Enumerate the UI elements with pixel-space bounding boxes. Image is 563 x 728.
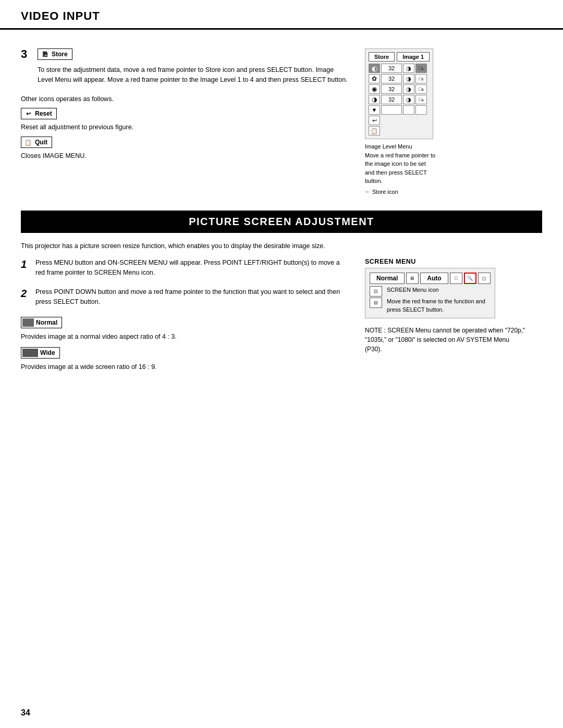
- r7c1: 📋: [369, 126, 380, 135]
- normal-icon: [22, 318, 34, 327]
- menu-row-5: ▼: [369, 105, 427, 115]
- menu-grid-area: ◐ 32 ◑ □₁ ✿ 32 ◑ □₂: [369, 64, 430, 135]
- wide-desc: Provides image at a wide screen ratio of…: [21, 362, 349, 372]
- step3-content: 🖹 Store To store the adjustment data, mo…: [38, 48, 349, 89]
- menu-row-3: ◉ 32 ◑ □₃: [369, 84, 427, 94]
- quit-icon: 📋: [23, 138, 33, 146]
- image-level-menu-diagram: Store Image 1 ◐ 32 ◑ □₁: [365, 48, 433, 139]
- normal-row: Normal: [21, 317, 349, 330]
- menu-row-1: ◐ 32 ◑ □₁: [369, 64, 427, 73]
- menu-top-row: Store Image 1: [369, 52, 430, 61]
- r4c3: ◑: [403, 95, 414, 104]
- page-header: VIDEO INPUT: [0, 0, 563, 30]
- screen-menu-top-row: Normal ⊞ Auto □ 🔍 ◻: [370, 273, 491, 284]
- step3-number: 3: [21, 48, 32, 60]
- menu-row-7: 📋: [369, 126, 427, 135]
- page-footer: 34: [21, 708, 30, 718]
- menu-rows: ◐ 32 ◑ □₁ ✿ 32 ◑ □₂: [369, 64, 427, 135]
- r5c3: [403, 105, 414, 115]
- screen-sub-icons-row: ⊡ SCREEN Menu icon: [370, 286, 491, 297]
- r4c1: ◑: [369, 95, 380, 104]
- image-level-annotation: Image Level Menu Move a red frame pointe…: [365, 142, 542, 186]
- store-btn: Store: [369, 52, 395, 61]
- r5c1: ▼: [369, 105, 380, 115]
- step1-desc: Press MENU button and ON-SCREEN MENU wil…: [35, 258, 349, 278]
- r3c3: ◑: [403, 84, 414, 94]
- screen-menu-diagram: Normal ⊞ Auto □ 🔍 ◻ ⊡ SCREEN Menu icon ⊟: [365, 268, 495, 318]
- step2-number: 2: [21, 287, 30, 300]
- wide-icon-label: Wide: [21, 347, 60, 359]
- page-number: 34: [21, 708, 30, 717]
- r1c3: ◑: [403, 64, 414, 73]
- r3c2: 32: [381, 84, 402, 94]
- r5c2: [381, 105, 402, 115]
- r1c1: ◐: [369, 64, 380, 73]
- step2-row: 2 Press POINT DOWN button and move a red…: [21, 287, 349, 311]
- quit-row: 📋 Quit: [21, 137, 349, 150]
- quit-desc: Closes IMAGE MENU.: [21, 151, 349, 161]
- r3c4: □₃: [415, 84, 427, 94]
- sub-icon-1: ⊡: [370, 286, 382, 297]
- step1-number: 1: [21, 258, 30, 270]
- screen-icon3: 🔍: [464, 273, 476, 284]
- r1c2: 32: [381, 64, 402, 73]
- reset-row: ↩ Reset: [21, 108, 349, 121]
- image1-btn: Image 1: [397, 52, 430, 61]
- step1-row: 1 Press MENU button and ON-SCREEN MENU w…: [21, 258, 349, 282]
- menu-row-6: ↩: [369, 116, 427, 125]
- screen-instruction: Move the red frame to the function and p…: [387, 298, 485, 314]
- sub-icon-2: ⊟: [370, 298, 382, 308]
- reset-desc: Reset all adjustment to previous figure.: [21, 122, 349, 132]
- wide-row: Wide: [21, 347, 349, 360]
- r2c1: ✿: [369, 74, 380, 83]
- section1-left: 3 🖹 Store To store the adjustment data, …: [21, 48, 349, 195]
- r2c4: □₂: [415, 74, 427, 83]
- section2-left: 1 Press MENU button and ON-SCREEN MENU w…: [21, 258, 349, 376]
- store-icon: 🖹: [40, 50, 50, 58]
- r6c1: ↩: [369, 116, 380, 125]
- r4c4: □₄: [415, 95, 427, 104]
- section2-intro: This projector has a picture screen resi…: [21, 241, 542, 251]
- section2-right: SCREEN MENU Normal ⊞ Auto □ 🔍 ◻ ⊡ SCREEN…: [365, 258, 542, 376]
- step2-desc: Press POINT DOWN button and move a red f…: [35, 287, 349, 307]
- wide-icon: [22, 349, 38, 357]
- note-text: NOTE : SCREEN Menu cannot be operated wh…: [365, 326, 527, 354]
- auto-screen-btn: Auto: [420, 273, 448, 284]
- normal-desc: Provides image at a normal video aspect …: [21, 332, 349, 342]
- reset-icon-label: ↩ Reset: [21, 108, 57, 119]
- normal-icon-label: Normal: [21, 317, 62, 328]
- screen-sub-icons-row2: ⊟ Move the red frame to the function and…: [370, 298, 491, 314]
- quit-icon-label: 📋 Quit: [21, 137, 52, 148]
- section1-right: Store Image 1 ◐ 32 ◑ □₁: [365, 48, 542, 195]
- screen-icon4: ◻: [478, 273, 491, 284]
- r2c2: 32: [381, 74, 402, 83]
- r2c3: ◑: [403, 74, 414, 83]
- r5c4: [415, 105, 427, 115]
- arrow-left-icon: ←: [365, 189, 370, 194]
- section2-layout: 1 Press MENU button and ON-SCREEN MENU w…: [21, 258, 542, 376]
- reset-icon: ↩: [23, 109, 33, 118]
- picture-screen-title-bar: PICTURE SCREEN ADJUSTMENT: [21, 211, 542, 233]
- screen-icon2: □: [450, 273, 462, 284]
- r4c2: 32: [381, 95, 402, 104]
- store-icon-label: 🖹 Store: [38, 48, 72, 60]
- screen-icon1: ⊞: [406, 273, 419, 284]
- menu-row-2: ✿ 32 ◑ □₂: [369, 74, 427, 83]
- r3c1: ◉: [369, 84, 380, 94]
- page-content: 3 🖹 Store To store the adjustment data, …: [0, 30, 563, 387]
- screen-menu-title: SCREEN MENU: [365, 258, 542, 265]
- page-title: VIDEO INPUT: [21, 9, 542, 23]
- normal-screen-btn: Normal: [370, 273, 405, 284]
- menu-row-4: ◑ 32 ◑ □₄: [369, 95, 427, 104]
- step3-row: 3 🖹 Store To store the adjustment data, …: [21, 48, 349, 89]
- store-icon-annotation-row: ← Store icon: [365, 189, 542, 195]
- r1c4: □₁: [415, 64, 427, 73]
- screen-menu-icon-label: SCREEN Menu icon: [387, 286, 439, 297]
- step3-desc: To store the adjustment data, move a red…: [38, 65, 349, 85]
- other-icons-text: Other icons operates as follows.: [21, 94, 349, 104]
- section1-layout: 3 🖹 Store To store the adjustment data, …: [21, 48, 542, 195]
